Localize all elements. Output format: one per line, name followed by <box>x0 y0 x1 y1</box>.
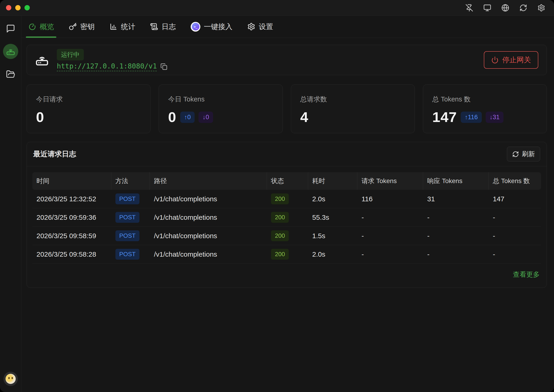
table-row[interactable]: 2026/3/25 09:59:36POST/v1/chat/completio… <box>32 208 541 227</box>
avatar[interactable] <box>3 372 18 386</box>
refresh-logs-button[interactable]: 刷新 <box>507 147 540 161</box>
table-row[interactable]: 2026/3/25 09:58:59POST/v1/chat/completio… <box>32 227 541 245</box>
minimize-window-button[interactable] <box>15 5 21 10</box>
gateway-url-link[interactable]: http://127.0.0.1:8080/v1 <box>57 62 157 71</box>
tab-统计[interactable]: 统计 <box>107 16 137 38</box>
stat-value: 0 <box>36 110 44 124</box>
gear-icon <box>247 23 255 31</box>
chat-icon <box>6 24 15 33</box>
logs-panel-title: 最近请求日志 <box>33 149 76 159</box>
stats-row: 今日请求 0 今日 Tokens 0 ↑0 ↓0 <box>27 84 547 133</box>
cell-req-tokens: - <box>357 232 423 240</box>
pin-off-icon[interactable] <box>465 4 473 12</box>
router-icon <box>35 53 49 67</box>
stop-gateway-label: 停止网关 <box>502 55 531 65</box>
gateway-status-card: 运行中 http://127.0.0.1:8080/v1 停止网关 <box>27 45 547 75</box>
power-icon <box>491 56 499 64</box>
app-window: 概览密钥统计日志>_一键接入设置 运行中 http://127.0.0.1:80… <box>0 0 554 392</box>
monitor-icon[interactable] <box>483 4 491 12</box>
cell-method: POST <box>111 230 150 241</box>
method-badge: POST <box>115 212 140 223</box>
sidebar <box>0 16 21 392</box>
status-badge: 200 <box>271 212 289 223</box>
column-header: 耗时 <box>308 172 358 190</box>
stop-gateway-button[interactable]: 停止网关 <box>484 51 538 69</box>
cell-total-tokens: - <box>489 214 541 221</box>
cell-time: 2026/3/25 12:32:52 <box>32 195 111 203</box>
tab-设置[interactable]: 设置 <box>245 16 275 38</box>
cell-req-tokens: 116 <box>357 195 423 203</box>
cell-resp-tokens: 31 <box>423 195 489 203</box>
column-header: 路径 <box>150 172 267 190</box>
stat-value: 0 <box>168 110 176 124</box>
traffic-lights <box>6 5 30 10</box>
cell-time: 2026/3/25 09:58:59 <box>32 232 111 240</box>
table-row[interactable]: 2026/3/25 09:58:28POST/v1/chat/completio… <box>32 245 541 264</box>
gauge-icon <box>28 23 36 31</box>
cell-method: POST <box>111 193 150 204</box>
stat-value: 147 <box>432 110 457 124</box>
close-window-button[interactable] <box>6 5 11 10</box>
view-more-link[interactable]: 查看更多 <box>513 270 540 279</box>
cell-status: 200 <box>267 249 308 260</box>
cell-path: /v1/chat/completions <box>150 214 267 221</box>
cell-method: POST <box>111 212 150 223</box>
cell-status: 200 <box>267 212 308 223</box>
key-icon <box>69 23 77 31</box>
gateway-status-badge: 运行中 <box>57 49 84 60</box>
column-header: 请求 Tokens <box>357 172 423 190</box>
column-header: 状态 <box>267 172 308 190</box>
chart-icon <box>109 23 117 31</box>
cell-duration: 2.0s <box>308 250 358 258</box>
tab-label: 日志 <box>162 22 176 32</box>
stat-label: 今日 Tokens <box>168 95 273 104</box>
table-row[interactable]: 2026/3/25 12:32:52POST/v1/chat/completio… <box>32 190 541 208</box>
logs-table-header: 时间方法路径状态耗时请求 Tokens响应 Tokens总 Tokens 数 <box>32 172 541 190</box>
sidebar-item-files-nav[interactable] <box>6 70 15 79</box>
tab-label: 统计 <box>121 22 135 32</box>
tab-概览[interactable]: 概览 <box>26 16 56 38</box>
cell-total-tokens: - <box>489 232 541 240</box>
scroll-icon <box>150 23 158 31</box>
titlebar <box>0 0 554 16</box>
tab-label: 概览 <box>40 22 54 32</box>
refresh-icon[interactable] <box>519 4 527 12</box>
router-icon <box>6 47 15 56</box>
settings-icon[interactable] <box>537 4 545 12</box>
column-header: 时间 <box>32 172 111 190</box>
tab-密钥[interactable]: 密钥 <box>66 16 97 38</box>
cell-duration: 2.0s <box>308 195 358 203</box>
logs-table: 时间方法路径状态耗时请求 Tokens响应 Tokens总 Tokens 数 2… <box>27 166 547 264</box>
status-badge: 200 <box>271 249 289 260</box>
tokens-down-badge: ↓0 <box>199 112 213 123</box>
folder-icon <box>6 70 15 79</box>
stat-label: 总 Tokens 数 <box>432 95 537 104</box>
cell-method: POST <box>111 249 150 260</box>
copy-url-icon[interactable] <box>160 63 167 70</box>
globe-icon[interactable] <box>501 4 509 12</box>
sidebar-item-gateway-nav[interactable] <box>3 44 18 59</box>
column-header: 总 Tokens 数 <box>489 172 541 190</box>
tab-一键接入[interactable]: >_一键接入 <box>188 16 235 38</box>
cell-time: 2026/3/25 09:58:28 <box>32 250 111 258</box>
refresh-icon <box>512 151 519 157</box>
stat-card-today-tokens: 今日 Tokens 0 ↑0 ↓0 <box>158 84 282 133</box>
tab-label: 设置 <box>259 22 273 32</box>
stat-label: 总请求数 <box>300 95 405 104</box>
tokens-down-badge: ↓31 <box>486 112 504 123</box>
method-badge: POST <box>115 230 140 241</box>
column-header: 方法 <box>111 172 150 190</box>
tokens-up-badge: ↑116 <box>461 112 482 123</box>
stat-label: 今日请求 <box>36 95 141 104</box>
terminal-logo-icon: >_ <box>191 22 200 32</box>
cell-path: /v1/chat/completions <box>150 195 267 203</box>
cell-req-tokens: - <box>357 250 423 258</box>
cell-duration: 1.5s <box>308 232 358 240</box>
cell-path: /v1/chat/completions <box>150 250 267 258</box>
sidebar-item-chat-nav[interactable] <box>6 24 15 33</box>
cell-resp-tokens: - <box>423 250 489 258</box>
zoom-window-button[interactable] <box>24 5 30 10</box>
tab-日志[interactable]: 日志 <box>148 16 178 38</box>
recent-logs-panel: 最近请求日志 刷新 时间方法路径状态耗时请求 Tokens响应 Tokens总 … <box>27 142 547 288</box>
tabbar: 概览密钥统计日志>_一键接入设置 <box>21 16 554 38</box>
